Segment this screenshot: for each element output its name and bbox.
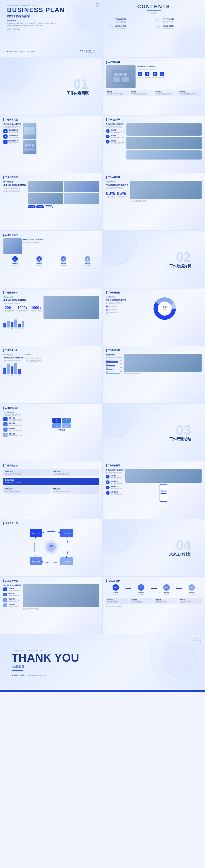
contents-item-01: 01 工作内容回顾 单击此处添加文字 bbox=[108, 18, 151, 23]
slide-section-02: 02 工作数据分析 bbox=[102, 230, 205, 288]
circle-icon-3: ● bbox=[61, 256, 66, 261]
slide-title-bar: 工作内容回顾 bbox=[106, 61, 202, 64]
h-step-4: 04 总结阶段 添加说明 bbox=[182, 584, 202, 595]
decorative-grid bbox=[96, 2, 100, 7]
img-grid-2 bbox=[64, 181, 99, 192]
legend-dot-3 bbox=[106, 312, 108, 314]
slide-future-3: 未来工作计划 01 计划阶段 添加说明 02 实施阶段 添加说明 03 检查阶段… bbox=[102, 577, 205, 634]
d1-title: 单击此处添加大标题内容 bbox=[3, 299, 42, 302]
cover-title-en: BUSINESS PLAN bbox=[7, 7, 96, 13]
r5-title: 单击此处添加大标题内容 bbox=[106, 183, 129, 186]
image-grid bbox=[28, 181, 99, 205]
legend-3: 添加说明内容 bbox=[106, 312, 126, 314]
svg-text:数据: 数据 bbox=[163, 306, 167, 308]
legend-dot-1 bbox=[106, 306, 108, 307]
plan-box-3: 进度跟进 单击此处添加文字 bbox=[155, 598, 177, 604]
exp1-sub: 添加大标题内容 bbox=[3, 411, 22, 413]
review4-bigtext: 单击此处添加大标题内容 bbox=[3, 184, 26, 187]
d2-sub: 请添加大标题 bbox=[106, 296, 126, 298]
contents-title-zh: 目 录 bbox=[108, 11, 199, 14]
img-grid-3 bbox=[28, 193, 63, 205]
legend-dot-2 bbox=[106, 309, 108, 311]
f2-title: 单击此处添加大标题内容 bbox=[3, 584, 21, 587]
slide-review-2: 工作内容回顾 单击此处添加大标题内容 单击此处添加文字说明内容 ▶ 添加标题内容… bbox=[0, 115, 102, 173]
thankyou-contact: 📞 13800000001 🌐 www.不吃香菜.COM bbox=[12, 674, 79, 677]
review3-title: 单击此处添加大标题内容 bbox=[106, 123, 125, 125]
laptop-img-2 bbox=[127, 150, 202, 159]
data-title-bar-3: 工作数据分析 bbox=[3, 349, 99, 352]
exp-highlight: 重点经验总结 单击此处添加文字说明内容 bbox=[3, 478, 99, 485]
tag-1: 添加标签 bbox=[28, 205, 36, 208]
fi-icon-1: ▶ bbox=[3, 129, 7, 133]
contents-item-04: 04 未来工作计划 单击此处添加文字 bbox=[156, 25, 199, 30]
exp-card-2: 经验总结02 单击此处添加文字说明内容 bbox=[52, 469, 99, 476]
step-1: 1 添加标题单击此处添加文字内容 bbox=[106, 129, 125, 133]
slide-section-01: 01 工作内容回顾 bbox=[0, 58, 102, 115]
circle-icon-1: ★ bbox=[12, 256, 18, 261]
exp-fi-1: S 优势分析单击此处添加文字说明 bbox=[3, 417, 22, 421]
svg-text:分析: 分析 bbox=[163, 309, 166, 310]
thankyou-grid bbox=[194, 638, 201, 641]
slide-title-bar-3: 工作内容回顾 bbox=[106, 118, 202, 121]
slide-title-bar-5: 工作内容回顾 bbox=[106, 176, 202, 179]
slide-section-03: 03 工作经验总结 bbox=[102, 404, 205, 461]
r5-sub: 请添加大标题 bbox=[106, 181, 129, 183]
office-img-2 bbox=[127, 123, 202, 135]
contents-grid: 01 工作内容回顾 单击此处添加文字 02 工作数据分析 单击此处添加文字 03… bbox=[108, 18, 199, 30]
f-icon-c: ▣ bbox=[3, 598, 7, 602]
d2-title: 单击此处添加大标题内容 bbox=[106, 299, 126, 301]
fi-1: ▶ 添加标题内容单击此处添加说明 bbox=[3, 129, 21, 133]
future-title-bar-2: 未来工作计划 bbox=[3, 580, 99, 583]
future-title-bar-3: 未来工作计划 bbox=[106, 580, 202, 583]
slide-review-3: 工作内容回顾 单击此处添加大标题内容 单击此处添加文字说明内容 1 添加标题单击… bbox=[102, 115, 205, 173]
exp-icon-2: W bbox=[3, 422, 7, 426]
bar-chart-3: Q1 Q2 Q3 Q4 Q5 bbox=[3, 363, 24, 376]
legend-1: 添加说明内容 bbox=[106, 305, 126, 307]
h-step-2: 02 实施阶段 添加说明 bbox=[131, 584, 151, 595]
svg-rect-7 bbox=[23, 134, 36, 135]
slide-cover: PRESENTER · STORY PROJECT BUSINESS PLAN … bbox=[0, 0, 102, 58]
section-02-content: 02 工作数据分析 bbox=[169, 250, 191, 269]
slide-title-bar-4: 工作内容回顾 bbox=[3, 176, 99, 179]
slide-review-5: 工作内容回顾 请添加大标题 单击此处添加大标题内容 单击此处添加文字说明内容 0… bbox=[102, 173, 205, 230]
plan-box-4: 成果评估 单击此处添加文字 bbox=[179, 598, 202, 604]
feature-box-2: 添加标题 单击此处添加文字说明内容 bbox=[130, 90, 153, 96]
big-title-placeholder: 单击此处添加大标题内容 bbox=[137, 65, 202, 68]
exp-title-bar-3: 工作经验总结 bbox=[106, 464, 202, 467]
plan-box-1: 目标设定 单击此处添加文字 bbox=[106, 598, 129, 604]
cover-reporter: 汇报人：不吃香菜 bbox=[7, 28, 96, 31]
svg-text:计划: 计划 bbox=[50, 548, 53, 549]
phone-mockup bbox=[159, 485, 168, 502]
stat-1000a: 1000+ 单击此处添加说明 bbox=[17, 306, 28, 312]
step-2: 2 添加标题单击此处添加文字内容 bbox=[106, 135, 125, 138]
mini-bar-chart: 01 02 03 04 05 06 bbox=[3, 320, 99, 329]
building-img-2 bbox=[130, 181, 202, 199]
tag-3: 添加标签 bbox=[45, 205, 53, 208]
icon-4: ④ bbox=[160, 72, 164, 76]
slide-thankyou: PRESENTER · STORY PROJECT THANK YOU 感谢观看… bbox=[0, 634, 205, 692]
svg-point-10 bbox=[32, 144, 34, 147]
presenter-label: PRESENTER · STORY PROJECT bbox=[7, 5, 96, 6]
sub-title-placeholder: 单击此处添加大标题内容 bbox=[3, 123, 21, 125]
connector-3 bbox=[176, 588, 182, 589]
stat-1000b: 1000+ 单击此处添加说明 bbox=[31, 306, 42, 312]
f-step-2: ◎ 计划要点二单击此处添加内容 bbox=[3, 593, 21, 597]
contents-item-03: 03 工作经验总结 单击此处添加文字 bbox=[108, 25, 151, 30]
stat-200: 200+ 单击此处添加说明 bbox=[3, 306, 14, 312]
slide-contents: CONTENTS 目 录 01 工作内容回顾 单击此处添加文字 02 工作数据分… bbox=[102, 0, 205, 58]
fi-2: ▶ 添加标题内容单击此处添加说明 bbox=[3, 134, 21, 138]
thankyou-divider bbox=[12, 671, 23, 671]
cover-title-zh: 简约工作总结报告 bbox=[7, 14, 96, 18]
section-03-content: 03 工作经验总结 bbox=[169, 423, 191, 442]
slide-future-2: 未来工作计划 单击此处添加大标题内容 ☆ 计划要点一单击此处添加内容 ◎ 计划要… bbox=[0, 577, 102, 634]
legend-2: 添加说明内容 bbox=[106, 309, 126, 311]
exp-title-bar-1: 工作经验总结 bbox=[3, 407, 99, 409]
slide-future-1: 未来工作计划 工作计划01 工作计划02 工作计划04 工作计划03 bbox=[0, 519, 102, 577]
icon-2: ② bbox=[145, 72, 149, 76]
exp-icon-4: T bbox=[3, 433, 7, 437]
exp-fi-4: T 威胁分析单击此处添加文字说明 bbox=[3, 433, 22, 437]
office-image bbox=[106, 65, 136, 88]
slide-review-1: 工作内容回顾 单击此处添加大标题内容 单击此处添加文字说明内容 ① 单击添加 ②… bbox=[102, 58, 205, 115]
donut-chart: 数据 分析 bbox=[152, 296, 177, 321]
exp3-title: 单击此处添加大标题内容 bbox=[106, 469, 124, 471]
